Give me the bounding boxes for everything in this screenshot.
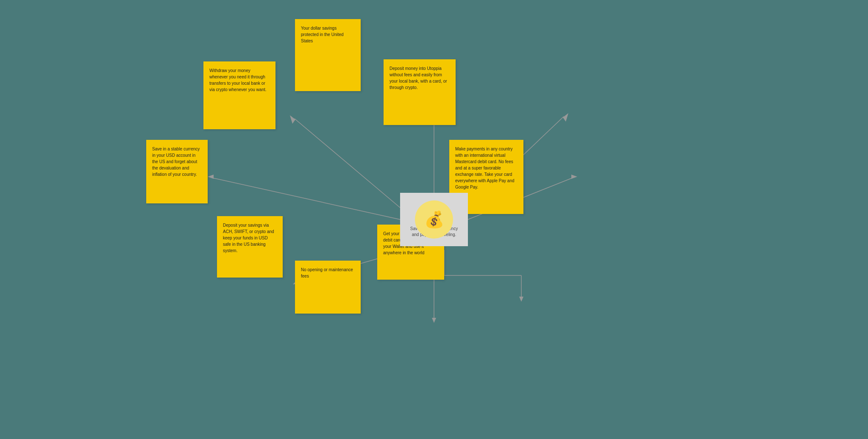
svg-line-2 <box>295 119 400 208</box>
svg-marker-7 <box>208 175 214 179</box>
svg-marker-5 <box>563 113 568 122</box>
center-icon: 💰 <box>415 200 453 239</box>
card-top: Your dollar savings protected in the Uni… <box>295 19 361 91</box>
svg-marker-15 <box>519 297 523 302</box>
card-top-right: Deposit money into Utoppia without fees … <box>384 59 456 125</box>
svg-marker-9 <box>571 175 577 179</box>
svg-marker-3 <box>290 115 295 124</box>
svg-marker-17 <box>432 318 436 323</box>
diagram-container: Your dollar savings protected in the Uni… <box>0 0 868 439</box>
svg-line-6 <box>213 178 400 220</box>
card-top-left: Withdraw your money whenever you need it… <box>203 61 275 129</box>
card-bottom: No opening or maintenance fees <box>295 261 361 314</box>
card-bottom-left: Deposit your savings via ACH, SWIFT, or … <box>217 216 283 278</box>
card-left: Save in a stable currency in your USD ac… <box>146 140 208 203</box>
